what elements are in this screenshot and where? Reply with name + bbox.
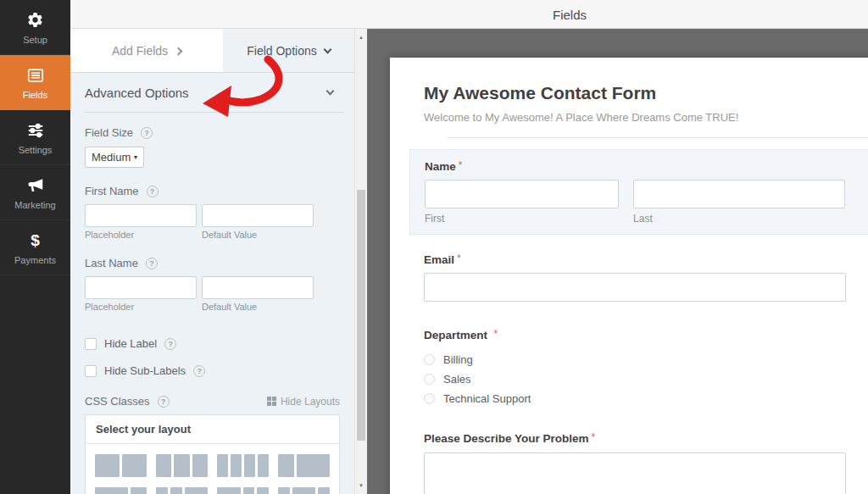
last-name-placeholder-input[interactable]	[85, 276, 197, 299]
layout-block	[278, 487, 290, 494]
field-size-label: Field Size	[85, 126, 133, 139]
first-name-default-value-input[interactable]	[202, 204, 314, 227]
radio-label: Sales	[443, 373, 471, 386]
layout-option[interactable]	[278, 454, 330, 477]
layout-block	[257, 487, 269, 494]
layout-option[interactable]	[156, 454, 208, 477]
sidebar-item-fields[interactable]: Fields	[0, 55, 70, 110]
help-icon[interactable]: ?	[146, 258, 158, 269]
field-problem-description[interactable]: Please Describe Your Problem*	[424, 430, 846, 494]
default-value-sublabel: Default Value	[202, 230, 314, 240]
field-label: Department	[424, 329, 487, 341]
tab-field-options[interactable]: Field Options	[223, 29, 354, 72]
layout-block	[95, 487, 128, 494]
sidebar-item-payments[interactable]: $ Payments	[0, 220, 70, 275]
gear-icon	[25, 10, 46, 31]
problem-textarea[interactable]	[424, 452, 846, 494]
sidebar-item-setup[interactable]: Setup	[0, 0, 70, 55]
tab-label: Field Options	[247, 44, 316, 58]
last-name-default-value-input[interactable]	[202, 276, 314, 299]
layout-block	[170, 487, 182, 494]
layout-block	[156, 487, 168, 494]
dollar-icon: $	[25, 230, 46, 251]
layout-option[interactable]	[156, 487, 208, 494]
radio-label: Billing	[443, 353, 473, 366]
first-name-placeholder-input[interactable]	[85, 204, 197, 227]
layout-option[interactable]	[95, 454, 147, 477]
last-name-group: Last Name ? Placeholder Default Value	[85, 257, 314, 312]
sidebar-item-label: Payments	[14, 255, 56, 265]
advanced-options-toggle[interactable]: Advanced Options	[85, 73, 343, 113]
sidebar-item-label: Settings	[19, 145, 53, 155]
form-description: Welcome to My Awesome! A Place Where Dre…	[424, 111, 868, 124]
builder-workspace: My Awesome Contact Form Welcome to My Aw…	[367, 29, 868, 494]
tab-label: Add Fields	[112, 44, 168, 58]
layout-grid	[86, 444, 339, 494]
first-name-label: First Name	[85, 185, 139, 197]
tab-add-fields[interactable]: Add Fields	[70, 29, 223, 72]
sidebar-item-marketing[interactable]: Marketing	[0, 165, 70, 220]
layout-block	[217, 454, 228, 477]
layout-selector: Select your layout	[85, 414, 340, 494]
field-label: Name	[425, 160, 456, 173]
builder-sidebar: Setup Fields Settings Marketing $ Paymen…	[0, 0, 70, 494]
last-name-label: Last Name	[85, 257, 138, 269]
hide-layouts-button[interactable]: Hide Layouts	[267, 396, 340, 408]
help-icon[interactable]: ?	[141, 127, 153, 139]
hide-label-checkbox[interactable]	[85, 338, 97, 350]
name-first-input[interactable]	[425, 180, 619, 208]
layout-option[interactable]	[278, 487, 330, 494]
layout-block	[185, 487, 209, 494]
sidebar-item-label: Setup	[23, 35, 47, 45]
email-input[interactable]	[424, 273, 846, 302]
help-icon[interactable]: ?	[147, 186, 159, 197]
help-icon[interactable]: ?	[164, 338, 176, 350]
form-divider	[447, 137, 868, 138]
radio-button[interactable]	[424, 393, 435, 404]
field-label: Email	[424, 253, 454, 266]
field-email[interactable]: Email*	[424, 252, 846, 302]
name-last-input[interactable]	[633, 180, 845, 208]
sliders-icon	[25, 120, 46, 141]
layout-block	[243, 487, 255, 494]
layout-block	[278, 454, 294, 477]
scrollbar-thumb[interactable]	[357, 190, 365, 441]
placeholder-sublabel: Placeholder	[85, 302, 197, 312]
hide-sub-labels-checkbox[interactable]	[85, 365, 97, 377]
field-size-value: Medium	[92, 151, 131, 164]
layout-block	[192, 454, 208, 477]
megaphone-icon	[25, 175, 46, 196]
chevron-right-icon	[175, 47, 183, 55]
field-name[interactable]: Name* First Last	[409, 149, 868, 235]
page-title: Fields	[553, 7, 587, 21]
layout-block	[122, 454, 147, 477]
radio-option-sales: Sales	[424, 373, 846, 386]
panel-tabs: Add Fields Field Options	[70, 29, 367, 73]
radio-button[interactable]	[424, 354, 435, 365]
help-icon[interactable]: ?	[193, 365, 205, 377]
help-icon[interactable]: ?	[158, 396, 170, 408]
caret-down-icon: ▾	[134, 153, 137, 161]
panel-scrollbar[interactable]: ▲ ▼	[354, 29, 367, 494]
field-department[interactable]: Department * Billing Sales	[424, 327, 846, 405]
scroll-up-button[interactable]: ▲	[355, 31, 367, 43]
first-name-group: First Name ? Placeholder Default Value	[85, 185, 314, 240]
radio-option-technical-support: Technical Support	[424, 392, 846, 405]
layout-option[interactable]	[95, 487, 147, 494]
layout-selector-title: Select your layout	[86, 415, 339, 444]
hide-sub-labels-row: Hide Sub-Labels ?	[85, 364, 314, 377]
field-size-select[interactable]: Medium ▾	[85, 147, 144, 168]
layout-option[interactable]	[217, 454, 269, 477]
advanced-options-label: Advanced Options	[85, 86, 189, 100]
field-options-body: Advanced Options Field Size ? Medium ▾ F…	[70, 73, 354, 494]
sidebar-item-settings[interactable]: Settings	[0, 110, 70, 165]
sidebar-item-label: Marketing	[14, 200, 55, 210]
radio-button[interactable]	[424, 374, 435, 385]
required-marker: *	[493, 328, 498, 340]
form-fields: Name* First Last Email*	[424, 149, 846, 494]
last-sublabel: Last	[633, 213, 845, 225]
layout-block	[231, 454, 242, 477]
required-marker: *	[459, 159, 463, 171]
layout-option[interactable]	[217, 487, 269, 494]
scroll-down-button[interactable]: ▼	[355, 480, 367, 491]
